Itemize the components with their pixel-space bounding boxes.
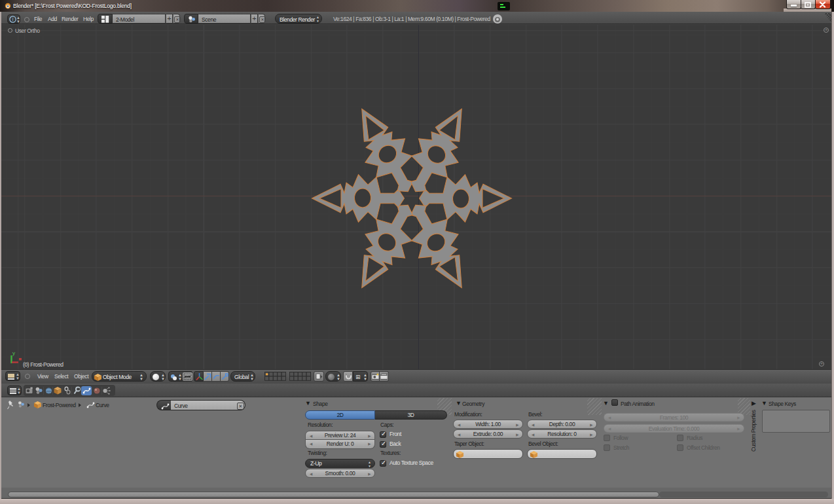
svg-text:y: y [12, 350, 15, 356]
svg-text:i: i [12, 17, 14, 22]
